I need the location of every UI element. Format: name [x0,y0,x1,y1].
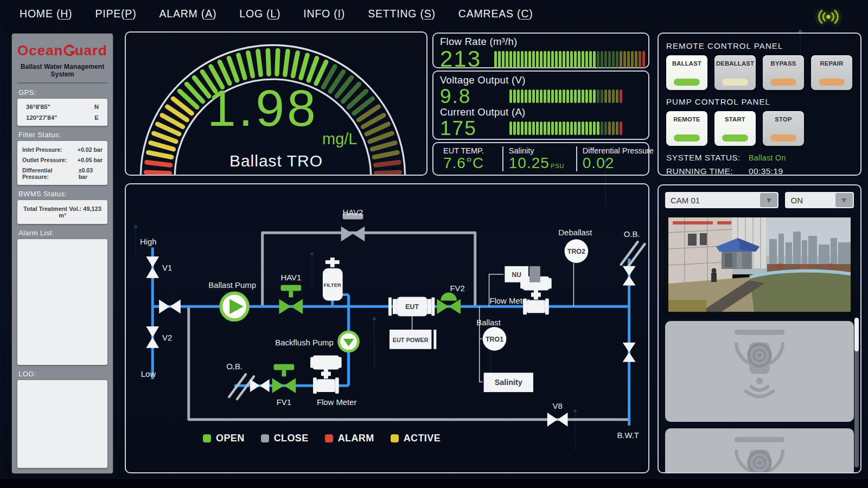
alarm-list[interactable] [17,239,107,365]
eut-label: EUT [405,303,419,311]
system-status-value: Ballast On [749,153,786,163]
gauge-tick [376,172,400,174]
ballast-pump[interactable] [221,293,248,320]
valve-v2[interactable] [146,326,159,348]
diagram-labels: High V1 V2 Low Ballast Pump HAV1 HAV2 Ba… [140,208,640,440]
tro2-sensor[interactable]: TRO2 [565,239,589,263]
deballast-button[interactable]: DEBALLAST [714,55,756,90]
button-label: BYPASS [771,60,796,67]
bwms-total-volume: Total Treatment Vol.: 49,123 m³ [23,206,101,219]
dome-camera-icon [725,436,794,473]
metrics-panel: EUT TEMP.7.6°CSalinity10.25PSUDifferenti… [432,142,649,176]
bwt-valve[interactable] [623,343,636,362]
nav-item-p[interactable]: PIPE(P) [95,8,136,20]
gps-label: GPS: [18,88,106,97]
scrollbar[interactable] [854,318,859,467]
valve-hav2[interactable] [341,214,365,242]
log-list[interactable] [17,380,107,468]
valve-hav1[interactable] [279,285,303,314]
backflush-pump[interactable] [339,332,359,351]
camera-select-value: CAM 01 [671,196,700,205]
bwms-dashboard: HOME (H)PIPE(P)ALARM (A)LOG (L)INFO (I)S… [0,0,868,488]
eut-unit[interactable]: EUT [388,297,435,316]
camera-feed[interactable] [665,215,854,314]
sidebar: Ocean uard Ballast Water Management Syst… [12,34,113,473]
camera-power-select[interactable]: ON ▼ [785,192,854,208]
chevron-down-icon[interactable]: ▼ [760,193,777,207]
nav-item-l[interactable]: LOG (L) [239,8,280,20]
remote-button[interactable]: REMOTE [666,111,707,146]
nav-item-c[interactable]: CAMREAS (C) [458,8,533,20]
legend-label: ACTIVE [404,433,441,444]
gauge-tick [285,51,288,74]
salinity-sensor[interactable]: Salinity [484,373,533,392]
meter-value: 9.8 [440,86,509,106]
svg-text:FV2: FV2 [450,284,464,293]
svg-text:High: High [140,237,157,246]
signal-icon [817,9,840,27]
button-label: DEBALLAST [716,60,754,67]
valve-v1[interactable] [146,256,159,278]
filter-label: FILTER [324,282,341,288]
metric-differential-pressure: Differential Pressure0.02 [576,146,659,171]
camera-power-value: ON [790,196,803,205]
metric-value: 10.25PSU [509,155,571,172]
bwms-status-label: BWMS Status: [18,190,106,198]
bypass-button[interactable]: BYPASS [763,55,804,90]
system-status-label: SYSTEM STATUS: [666,153,749,163]
start-button[interactable]: START [714,111,756,146]
meter-title: Current Output (A) [440,106,642,118]
camera-placeholder-1[interactable] [665,321,854,422]
button-indicator [770,79,796,86]
metric-label: Differential Pressure [583,146,654,155]
meter-bar [494,51,645,68]
svg-text:O.B.: O.B. [226,362,242,371]
tro1-sensor[interactable]: TRO1 [483,327,507,351]
overboard-valve-top[interactable] [623,266,636,286]
filter-row: Inlet Pressure:+0.02 bar [22,144,103,155]
tro2-label: TRO2 [567,248,585,255]
logo-text: Ocean [17,42,63,59]
remote-control-buttons: BALLASTDEBALLASTBYPASSREPAIR [666,55,853,90]
valve-fv2[interactable] [437,292,461,314]
eut-power[interactable]: EUT POWER [390,330,436,349]
nav-item-h[interactable]: HOME (H) [20,8,72,20]
remote-control-title: REMOTE CONTROL PANEL [666,41,853,50]
top-nav: HOME (H)PIPE(P)ALARM (A)LOG (L)INFO (I)S… [20,8,533,20]
metric-value: 0.02 [583,155,654,172]
button-indicator [674,79,700,86]
repair-button[interactable]: REPAIR [811,55,852,90]
nav-item-s[interactable]: SETTING (S) [368,8,436,20]
gauge-tick [301,55,308,78]
camera-placeholder-2[interactable] [665,428,854,473]
nu-box[interactable]: NU [505,266,540,282]
flow-meter-1[interactable] [310,356,342,394]
metric-label: EUT TEMP. [443,146,497,155]
nav-item-i[interactable]: INFO (I) [303,8,345,20]
button-indicator [674,134,700,142]
legend-open: OPEN [203,433,245,444]
running-time-label: RUNNING TIME: [666,166,749,176]
svg-text:FV1: FV1 [277,398,291,407]
legend-close: CLOSE [261,433,309,444]
valve-fv1[interactable] [272,364,296,394]
status-rows: SYSTEM STATUS: Ballast On RUNNING TIME: … [666,153,853,176]
meter-bar [509,89,622,103]
manual-valve[interactable] [250,379,270,392]
tro-value: 1.98 [207,82,318,134]
scrollbar-thumb[interactable] [854,318,859,351]
metric-label: Salinity [509,146,571,155]
logo-text: uard [75,42,107,59]
metric-eut-temp-: EUT TEMP.7.6°C [438,146,502,171]
filter-unit[interactable]: FILTER [323,258,343,300]
nav-item-a[interactable]: ALARM (A) [159,8,216,20]
stop-button[interactable]: STOP [763,111,804,146]
svg-text:Ballast: Ballast [476,318,501,327]
ballast-button[interactable]: BALLAST [666,55,707,90]
tro-gauge-panel: 1.98 mg/L Ballast TRO [125,31,427,176]
gauge-tick [372,143,395,149]
chevron-down-icon[interactable]: ▼ [835,193,853,207]
camera-select[interactable]: CAM 01 ▼ [665,192,778,208]
logo: Ocean uard Ballast Water Management Syst… [17,39,107,84]
pipes [152,233,629,425]
